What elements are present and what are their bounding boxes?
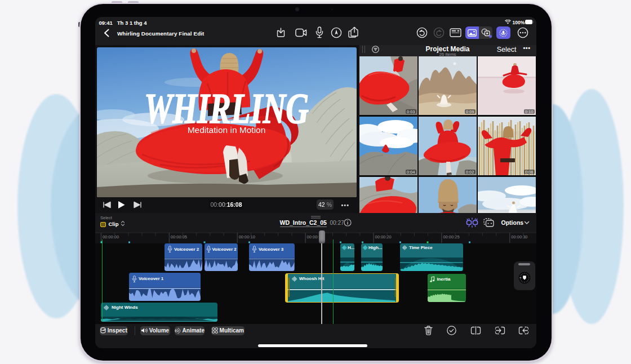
svg-text:00:00:20: 00:00:20 — [375, 234, 391, 239]
svg-text:00:00:25: 00:00:25 — [443, 234, 459, 239]
svg-text:00:00:00: 00:00:00 — [102, 234, 118, 239]
svg-text:00:00:05: 00:00:05 — [170, 234, 186, 239]
svg-text:00:00:10: 00:00:10 — [238, 234, 255, 239]
svg-text:00:00:30: 00:00:30 — [511, 234, 527, 239]
svg-text:Meditation in Motion: Meditation in Motion — [188, 125, 266, 135]
